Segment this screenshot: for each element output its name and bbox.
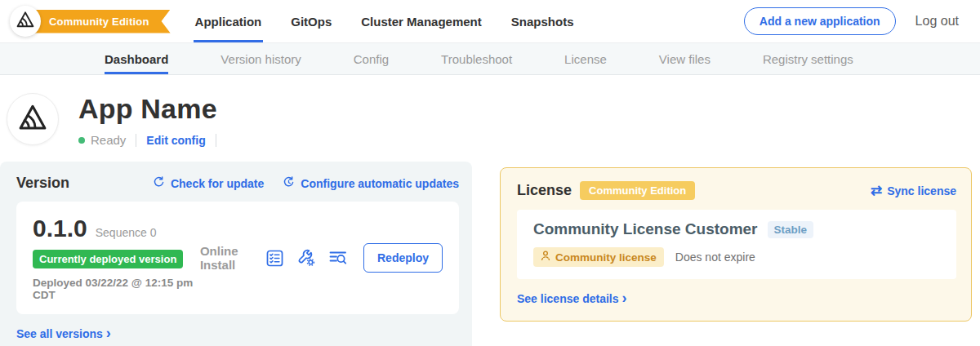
chevron-right-icon: › [106,326,111,340]
license-type-label: Community license [555,251,657,264]
page-title: App Name [78,93,226,125]
replicated-logo-icon [16,10,35,33]
tab-config[interactable]: Config [354,43,389,74]
tab-version-history[interactable]: Version history [220,43,301,74]
refresh-icon [152,175,166,192]
app-avatar [7,93,59,145]
current-version-panel: 0.1.0 Sequence 0 Currently deployed vers… [16,202,459,314]
auto-update-clock-icon [282,175,296,192]
redeploy-button[interactable]: Redeploy [363,243,443,273]
status-badge: Ready [91,133,126,147]
app-status-row: Ready Edit config [78,133,226,147]
community-edition-ribbon: Community Edition [31,10,171,33]
see-all-versions-label: See all versions [16,327,103,340]
replicated-logo-circle [10,6,41,37]
nav-cluster-management[interactable]: Cluster Management [359,0,483,42]
brand-logo: Community Edition [10,0,171,42]
nav-gitops[interactable]: GitOps [289,0,333,42]
version-card-title: Version [16,175,69,192]
app-hero: App Name Ready Edit config [0,75,980,147]
nav-application[interactable]: Application [194,0,264,42]
sequence-label: Sequence 0 [96,226,157,239]
license-card: License Community Edition ⇄ Sync license… [500,167,972,322]
divider [136,134,136,147]
app-logo-icon [17,102,48,136]
license-edition-badge: Community Edition [580,181,695,200]
tab-view-files[interactable]: View files [659,43,710,74]
check-for-update-label: Check for update [171,177,264,190]
chevron-right-icon: › [622,291,627,305]
edit-config-wrench-icon[interactable] [296,248,316,268]
nav-snapshots[interactable]: Snapshots [510,0,576,42]
tab-dashboard[interactable]: Dashboard [105,43,168,74]
view-diff-logs-icon[interactable] [328,248,348,268]
sync-license-label: Sync license [887,184,956,197]
sync-license-link[interactable]: ⇄ Sync license [871,184,956,197]
dashboard-cards: Version Check for update [0,162,980,346]
install-type-label: Online Install [200,244,250,272]
see-license-details-link[interactable]: See license details › [517,291,956,306]
add-new-application-button[interactable]: Add a new application [744,7,896,35]
configure-automatic-updates-label: Configure automatic updates [301,177,459,190]
version-card: Version Check for update [0,162,472,346]
currently-deployed-badge: Currently deployed version [33,250,183,268]
tab-registry-settings[interactable]: Registry settings [763,43,853,74]
sync-icon: ⇄ [871,184,882,197]
version-number: 0.1.0 [33,215,87,242]
top-header: Community Edition Application GitOps Clu… [0,0,980,42]
divider [216,134,216,147]
see-all-versions-link[interactable]: See all versions › [16,326,459,341]
person-icon [541,251,550,264]
channel-badge: Stable [768,221,814,238]
top-navigation: Application GitOps Cluster Management Sn… [194,0,576,42]
status-ready-dot [78,137,85,144]
preflight-checks-icon[interactable] [265,249,284,268]
see-license-details-label: See license details [517,292,619,305]
expiration-label: Does not expire [675,251,755,264]
configure-automatic-updates-link[interactable]: Configure automatic updates [282,175,459,192]
license-details-panel: Community License Customer Stable Commun… [517,210,956,279]
logout-link[interactable]: Log out [915,14,959,29]
tab-troubleshoot[interactable]: Troubleshoot [441,43,512,74]
customer-name: Community License Customer [533,220,758,238]
check-for-update-link[interactable]: Check for update [152,175,264,192]
app-subnav: Dashboard Version history Config Trouble… [0,42,980,75]
tab-license[interactable]: License [564,43,607,74]
license-card-title: License [517,182,572,199]
header-actions: Add a new application Log out [744,0,959,42]
edit-config-link[interactable]: Edit config [146,134,205,147]
license-type-badge: Community license [533,247,664,267]
deployed-timestamp: Deployed 03/22/22 @ 12:15 pm CDT [33,277,200,301]
